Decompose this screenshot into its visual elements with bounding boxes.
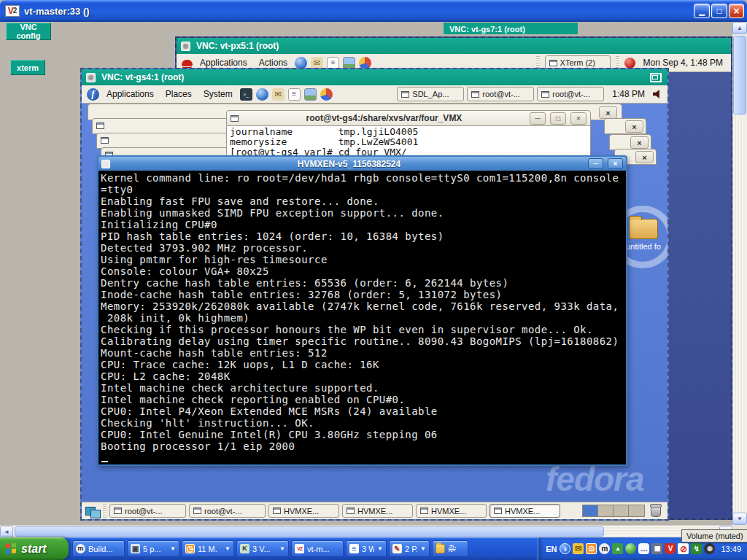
launcher-icon[interactable] <box>272 88 285 101</box>
launcher-icon[interactable] <box>256 88 268 101</box>
minimize-button[interactable]: ─ <box>588 158 603 169</box>
gs4-task-button[interactable]: HVMXE... <box>342 504 413 518</box>
cascaded-window-fragment[interactable] <box>609 134 651 150</box>
close-button[interactable]: × <box>608 158 623 169</box>
px5-clock[interactable]: Mon Sep 4, 1:48 PM <box>640 58 726 68</box>
xp-task-button[interactable]: 2 P...▼ <box>389 540 430 557</box>
xterm-launcher-button[interactable]: xterm <box>10 60 45 75</box>
panel-window-button[interactable]: SDL_Ap... <box>397 87 464 101</box>
panel-grip[interactable] <box>103 504 107 518</box>
restore-icon[interactable] <box>650 73 662 82</box>
horizontal-scrollbar[interactable]: ◄ ► <box>0 525 732 537</box>
xp-task-button[interactable]: 杂▼ <box>432 540 468 557</box>
cascaded-window-fragment[interactable] <box>96 133 238 149</box>
vnc-gs7-window-titlebar[interactable]: VNC: vt-gs7:1 (root) <box>444 23 578 34</box>
redhat-menu-icon[interactable] <box>182 60 193 66</box>
window-icon <box>273 508 281 514</box>
panel-window-button[interactable]: root@vt-... <box>467 87 534 101</box>
tray-icon[interactable] <box>704 543 715 554</box>
gs4-task-button[interactable]: root@vt-... <box>109 504 186 518</box>
launcher-icon[interactable] <box>327 57 339 69</box>
tray-icon[interactable] <box>691 543 702 554</box>
tray-icon[interactable] <box>612 543 623 554</box>
menu-item[interactable]: Applications <box>104 89 156 99</box>
workspace-switcher-icon[interactable] <box>85 505 100 517</box>
close-button[interactable] <box>729 4 744 18</box>
volume-muted-icon[interactable] <box>653 90 662 98</box>
chevron-down-icon[interactable]: ▼ <box>279 545 285 552</box>
xp-task-button[interactable]: vt-m...▼ <box>291 540 344 557</box>
tray-icon[interactable] <box>665 543 676 554</box>
tray-icon[interactable] <box>586 543 597 554</box>
tray-icon[interactable] <box>599 543 610 554</box>
launcher-icon[interactable] <box>295 57 307 69</box>
close-button[interactable] <box>625 120 643 133</box>
horizontal-scroll-thumb[interactable] <box>15 526 604 537</box>
tray-icon[interactable] <box>651 543 662 554</box>
console-line: CPU0: Intel P4/Xeon Extended MCE MSRs (2… <box>101 405 626 417</box>
close-button[interactable] <box>599 106 617 119</box>
cascaded-window-fragment[interactable] <box>92 118 238 134</box>
close-button[interactable] <box>635 151 654 163</box>
close-button[interactable] <box>630 136 649 149</box>
maximize-button[interactable]: □ <box>550 112 566 125</box>
vnc-gs4-titlebar[interactable]: VNC: vt-gs4:1 (root) <box>82 69 667 85</box>
launcher-icon[interactable] <box>320 88 333 101</box>
hvmxen-v5-titlebar[interactable]: HVMXEN-v5_1156382524 ─ × <box>98 157 626 171</box>
xp-task-button[interactable]: 3 V...▼ <box>236 540 289 557</box>
four-vmx-titlebar[interactable]: root@vt-gs4:/share/xvs/var/four_VMX ─ □ … <box>226 110 591 126</box>
menu-item[interactable]: Places <box>163 89 194 99</box>
tray-icon[interactable] <box>638 543 649 554</box>
workspace-2[interactable] <box>598 505 614 516</box>
fedora-menu-icon[interactable] <box>87 88 99 101</box>
menu-item[interactable]: System <box>201 89 235 99</box>
workspace-3[interactable] <box>614 505 629 516</box>
launcher-icon[interactable] <box>359 57 371 69</box>
chevron-down-icon[interactable]: ▼ <box>170 545 176 552</box>
launcher-icon[interactable] <box>304 88 317 101</box>
trash-icon[interactable] <box>651 505 661 517</box>
tray-icon[interactable] <box>573 543 584 554</box>
chevron-down-icon[interactable]: ▼ <box>225 545 231 552</box>
chevron-down-icon[interactable]: ▼ <box>377 545 383 552</box>
gs4-task-button[interactable]: root@vt-... <box>189 504 266 518</box>
launcher-icon[interactable] <box>288 88 301 101</box>
minimize-button[interactable]: ─ <box>530 112 546 125</box>
master-window-titlebar[interactable]: vt-master:33 () <box>0 0 747 22</box>
gs4-task-button[interactable]: HVMXE... <box>416 504 487 518</box>
menu-item[interactable]: Applications <box>198 58 249 68</box>
scroll-up-button[interactable]: ▲ <box>732 22 747 34</box>
scroll-down-button[interactable]: ▼ <box>732 513 747 525</box>
maximize-button[interactable] <box>711 4 727 18</box>
tray-icon[interactable] <box>560 543 570 554</box>
cascaded-window-fragment[interactable] <box>604 118 646 134</box>
gs4-clock[interactable]: 1:48 PM <box>609 89 648 99</box>
vertical-scroll-thumb[interactable] <box>733 36 746 114</box>
chevron-down-icon[interactable]: ▼ <box>420 545 426 552</box>
xp-task-button[interactable]: 11 M.▼ <box>182 540 234 557</box>
vnc-px5-titlebar[interactable]: VNC: vt-px5:1 (root) <box>177 38 731 54</box>
gs4-task-button[interactable]: HVMXE... <box>268 504 339 518</box>
panel-window-button[interactable]: root@vt-... <box>537 87 604 101</box>
workspace-1[interactable] <box>583 505 598 516</box>
tray-icon[interactable] <box>625 543 636 554</box>
xp-task-button[interactable]: Build...▼ <box>72 540 125 557</box>
launcher-icon[interactable] <box>343 57 355 69</box>
xp-task-button[interactable]: 5 p...▼ <box>127 540 179 557</box>
xp-task-button[interactable]: 3 W...▼ <box>346 540 387 557</box>
launcher-icon[interactable] <box>311 57 323 69</box>
vnc-config-button[interactable]: VNC config <box>6 23 51 40</box>
vertical-scrollbar[interactable]: ▲ ▼ <box>732 22 747 525</box>
tray-icon[interactable] <box>678 543 689 554</box>
clock-applet-icon[interactable] <box>624 58 635 69</box>
menu-item[interactable]: Actions <box>257 58 290 68</box>
launcher-icon[interactable] <box>240 88 252 101</box>
language-indicator[interactable]: EN <box>546 545 557 553</box>
gs4-task-button[interactable]: HVMXE... <box>489 504 560 518</box>
workspace-4[interactable] <box>629 505 644 516</box>
scroll-left-button[interactable]: ◄ <box>0 526 13 537</box>
start-button[interactable]: start <box>0 537 69 560</box>
taskbar-clock[interactable]: 13:49 <box>721 545 741 553</box>
close-button[interactable]: × <box>570 112 587 125</box>
minimize-button[interactable] <box>694 4 710 18</box>
